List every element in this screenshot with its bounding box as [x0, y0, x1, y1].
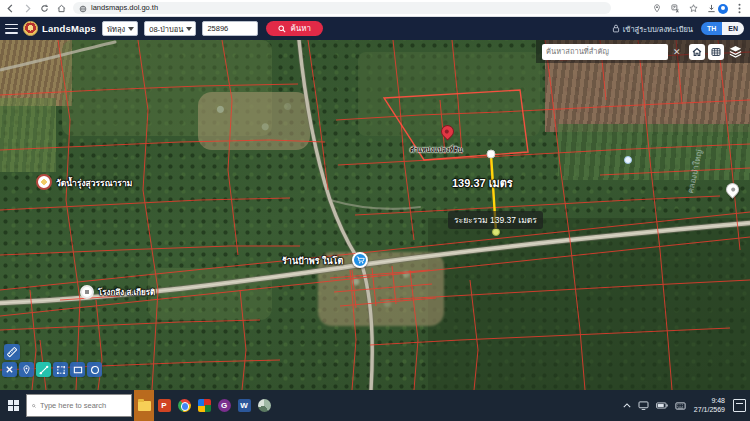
cart-icon [356, 256, 365, 264]
lang-th-button[interactable]: TH [701, 22, 722, 35]
distance-tool-button[interactable] [36, 362, 51, 377]
grid-app-icon [198, 399, 211, 412]
purple-app-button[interactable]: G [214, 390, 234, 421]
login-register-label: เข้าสู่ระบบ/ลงทะเบียน [623, 23, 693, 35]
screen: landsmaps.dol.go.th LandsMaps พัทลุง 08-… [0, 0, 750, 421]
temple-poi-icon[interactable] [36, 174, 52, 190]
folder-icon [138, 401, 151, 411]
purple-app-icon: G [218, 399, 231, 412]
measure-tool-button[interactable] [4, 344, 20, 360]
powerpoint-button[interactable]: P [154, 390, 174, 421]
app-grid-button[interactable] [194, 390, 214, 421]
browser-toolbar: landsmaps.dol.go.th [0, 0, 750, 17]
clear-search-icon[interactable]: ✕ [673, 47, 681, 57]
landsmaps-header: LandsMaps พัทลุง 08-ป่าบอน ค้นหา เข้าสู่… [0, 17, 750, 40]
temple-poi-label: วัดน้ำรุ่งสุวรรณาราม [56, 176, 132, 190]
misc-app-icon [258, 399, 271, 412]
system-tray: 9:48 27/1/2569 [616, 390, 746, 421]
translate-icon[interactable] [668, 2, 682, 15]
powerpoint-icon: P [158, 399, 171, 412]
grid-icon [711, 47, 721, 57]
parcel-number-input[interactable] [202, 21, 258, 36]
measure-total-label: ระยะรวม 139.37 เมตร [448, 211, 543, 229]
store-label: ร้านป้าพร ในโต [282, 254, 343, 268]
chevron-down-icon [128, 27, 134, 31]
district-select-value: 08-ป่าบอน [149, 23, 183, 35]
shop-poi-icon[interactable] [80, 285, 94, 299]
taskbar-clock[interactable]: 9:48 27/1/2569 [694, 397, 725, 415]
map-point-dot [624, 156, 632, 164]
windows-taskbar: P G W 9:48 27/1/2569 [0, 390, 750, 421]
misc-app-button[interactable] [254, 390, 274, 421]
district-select[interactable]: 08-ป่าบอน [144, 21, 196, 36]
brand-name: LandsMaps [42, 23, 96, 34]
word-button[interactable]: W [234, 390, 254, 421]
measure-start-point [487, 150, 495, 158]
measure-segment-label: 139.37 เมตร [452, 174, 513, 192]
lock-icon [612, 24, 620, 33]
login-register-link[interactable]: เข้าสู่ระบบ/ลงทะเบียน [612, 23, 693, 35]
close-icon [5, 365, 14, 374]
bookmark-star-icon[interactable] [686, 2, 700, 15]
search-icon [32, 402, 36, 410]
clock-date: 27/1/2569 [694, 406, 725, 415]
pin-icon [22, 365, 31, 375]
taskbar-search-input[interactable] [40, 401, 126, 410]
layers-icon [729, 45, 742, 58]
file-explorer-button[interactable] [134, 390, 154, 421]
taskbar-search[interactable] [26, 394, 132, 417]
language-toggle: TH EN [701, 22, 744, 35]
house-icon [692, 47, 702, 57]
chrome-icon [178, 399, 191, 412]
measure-end-point [493, 229, 500, 236]
chevron-down-icon [186, 27, 192, 31]
point-tool-button[interactable] [19, 362, 34, 377]
dol-logo [23, 21, 38, 36]
province-select[interactable]: พัทลุง [102, 21, 138, 36]
search-button[interactable]: ค้นหา [266, 21, 323, 36]
location-pin-icon[interactable] [650, 2, 664, 15]
search-icon [278, 25, 286, 33]
chrome-button[interactable] [174, 390, 194, 421]
menu-hamburger-icon[interactable] [5, 24, 18, 34]
windows-logo-icon [8, 400, 19, 411]
rectangle-icon [73, 365, 83, 375]
grid-button[interactable] [708, 44, 724, 60]
store-poi-icon[interactable] [352, 252, 368, 268]
ruler-icon [6, 346, 18, 358]
lang-en-button[interactable]: EN [722, 22, 744, 35]
browser-menu-icon[interactable] [732, 2, 746, 15]
reload-icon[interactable] [37, 2, 51, 15]
keyboard-language-icon[interactable] [675, 402, 686, 410]
circle-tool-button[interactable] [87, 362, 102, 377]
site-info-icon[interactable] [79, 0, 87, 17]
place-search-input[interactable] [542, 44, 668, 60]
home-icon[interactable] [54, 2, 68, 15]
battery-icon[interactable] [656, 402, 668, 409]
back-icon[interactable] [3, 2, 17, 15]
clock-time: 9:48 [694, 397, 725, 406]
clear-measure-button[interactable] [2, 362, 17, 377]
circle-icon [90, 365, 100, 375]
map-vector-layer [0, 40, 750, 390]
url-text: landsmaps.dol.go.th [91, 2, 158, 14]
network-icon[interactable] [638, 401, 649, 410]
rectangle-tool-button[interactable] [70, 362, 85, 377]
map-search-bar: ✕ [536, 40, 750, 63]
tray-expand-icon[interactable] [623, 403, 631, 408]
province-select-value: พัทลุง [107, 23, 125, 35]
map-canvas[interactable]: วัดน้ำรุ่งสุวรรณาราม โรงกลึง ส.เกียรติ ร… [0, 40, 750, 390]
lathe-shop-label: โรงกลึง ส.เกียรติ [98, 286, 155, 299]
start-button[interactable] [0, 390, 26, 421]
polygon-icon [56, 365, 66, 375]
polygon-tool-button[interactable] [53, 362, 68, 377]
address-bar[interactable]: landsmaps.dol.go.th [73, 2, 611, 14]
home-extent-button[interactable] [689, 44, 705, 60]
action-center-icon[interactable] [733, 399, 746, 412]
profile-avatar[interactable] [718, 4, 728, 14]
layers-button[interactable] [727, 43, 745, 61]
download-icon[interactable] [704, 2, 718, 15]
forward-icon[interactable] [20, 2, 34, 15]
word-icon: W [238, 399, 251, 412]
parcel-location-label: ตำแหน่งแปลงที่ดิน [410, 145, 462, 155]
